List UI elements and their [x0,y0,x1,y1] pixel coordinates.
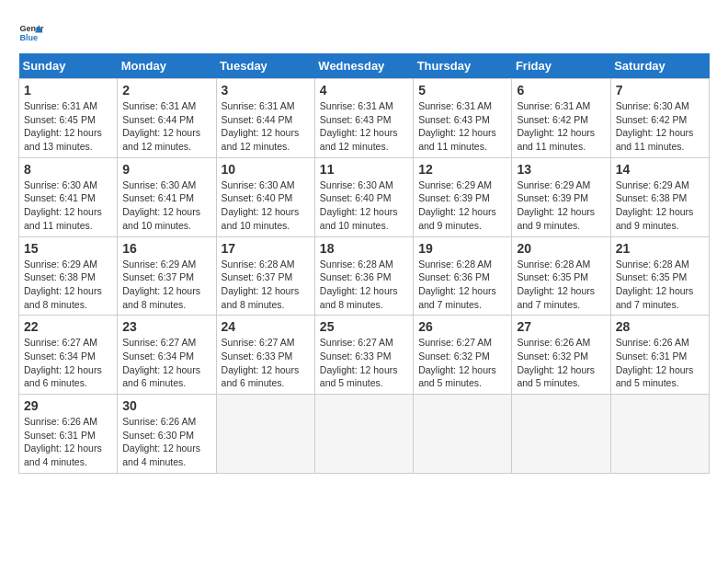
col-header-monday: Monday [118,53,216,79]
calendar-week-3: 15 Sunrise: 6:29 AMSunset: 6:38 PMDaylig… [19,236,710,316]
day-info: Sunrise: 6:29 AMSunset: 6:38 PMDaylight:… [24,258,112,312]
col-header-thursday: Thursday [414,53,512,79]
calendar-week-4: 22 Sunrise: 6:27 AMSunset: 6:34 PMDaylig… [19,316,710,395]
day-info: Sunrise: 6:30 AMSunset: 6:41 PMDaylight:… [122,178,210,233]
day-cell-19: 19 Sunrise: 6:28 AMSunset: 6:36 PMDaylig… [414,236,512,316]
day-cell-11: 11 Sunrise: 6:30 AMSunset: 6:40 PMDaylig… [314,157,413,236]
day-info: Sunrise: 6:31 AMSunset: 6:42 PMDaylight:… [517,99,605,154]
calendar-header-row: SundayMondayTuesdayWednesdayThursdayFrid… [19,53,710,79]
day-number: 13 [517,162,605,177]
day-info: Sunrise: 6:29 AMSunset: 6:39 PMDaylight:… [517,178,605,233]
day-number: 1 [24,83,112,98]
day-number: 27 [517,319,605,334]
day-number: 25 [320,319,408,334]
day-number: 7 [616,83,704,98]
day-cell-18: 18 Sunrise: 6:28 AMSunset: 6:36 PMDaylig… [314,236,413,316]
day-info: Sunrise: 6:28 AMSunset: 6:37 PMDaylight:… [222,258,310,312]
day-number: 15 [24,241,112,256]
day-number: 11 [320,162,408,177]
day-info: Sunrise: 6:31 AMSunset: 6:43 PMDaylight:… [418,99,506,154]
day-cell-13: 13 Sunrise: 6:29 AMSunset: 6:39 PMDaylig… [512,157,610,236]
day-info: Sunrise: 6:28 AMSunset: 6:36 PMDaylight:… [320,258,408,312]
day-info: Sunrise: 6:31 AMSunset: 6:43 PMDaylight:… [320,99,408,154]
logo-icon: General Blue [18,18,44,44]
empty-cell [216,395,314,474]
day-info: Sunrise: 6:26 AMSunset: 6:30 PMDaylight:… [122,415,210,469]
day-info: Sunrise: 6:29 AMSunset: 6:37 PMDaylight:… [122,258,210,312]
calendar-week-2: 8 Sunrise: 6:30 AMSunset: 6:41 PMDayligh… [19,157,710,236]
day-cell-27: 27 Sunrise: 6:26 AMSunset: 6:32 PMDaylig… [512,316,610,395]
svg-text:Blue: Blue [19,33,38,42]
day-info: Sunrise: 6:31 AMSunset: 6:44 PMDaylight:… [222,99,310,154]
day-cell-2: 2 Sunrise: 6:31 AMSunset: 6:44 PMDayligh… [118,79,216,158]
day-number: 3 [222,83,310,98]
day-info: Sunrise: 6:30 AMSunset: 6:42 PMDaylight:… [616,99,704,154]
calendar-week-5: 29 Sunrise: 6:26 AMSunset: 6:31 PMDaylig… [19,395,710,474]
day-cell-16: 16 Sunrise: 6:29 AMSunset: 6:37 PMDaylig… [118,236,216,316]
col-header-friday: Friday [512,53,610,79]
calendar-body: 1 Sunrise: 6:31 AMSunset: 6:45 PMDayligh… [19,79,710,474]
day-number: 22 [24,319,112,334]
day-number: 4 [320,83,408,98]
day-cell-14: 14 Sunrise: 6:29 AMSunset: 6:38 PMDaylig… [610,157,709,236]
day-cell-8: 8 Sunrise: 6:30 AMSunset: 6:41 PMDayligh… [19,157,118,236]
day-info: Sunrise: 6:27 AMSunset: 6:33 PMDaylight:… [222,336,310,390]
day-cell-5: 5 Sunrise: 6:31 AMSunset: 6:43 PMDayligh… [414,79,512,158]
day-cell-10: 10 Sunrise: 6:30 AMSunset: 6:40 PMDaylig… [216,157,314,236]
empty-cell [512,395,610,474]
empty-cell [314,395,413,474]
day-number: 23 [122,319,210,334]
day-number: 9 [122,162,210,177]
day-number: 17 [222,241,310,256]
day-info: Sunrise: 6:31 AMSunset: 6:44 PMDaylight:… [122,99,210,154]
calendar-week-1: 1 Sunrise: 6:31 AMSunset: 6:45 PMDayligh… [19,79,710,158]
day-info: Sunrise: 6:29 AMSunset: 6:39 PMDaylight:… [418,178,506,233]
day-info: Sunrise: 6:27 AMSunset: 6:34 PMDaylight:… [24,336,112,390]
day-number: 21 [616,241,704,256]
day-number: 14 [616,162,704,177]
day-cell-28: 28 Sunrise: 6:26 AMSunset: 6:31 PMDaylig… [610,316,709,395]
day-cell-6: 6 Sunrise: 6:31 AMSunset: 6:42 PMDayligh… [512,79,610,158]
day-info: Sunrise: 6:30 AMSunset: 6:40 PMDaylight:… [320,178,408,233]
day-info: Sunrise: 6:30 AMSunset: 6:40 PMDaylight:… [222,178,310,233]
day-info: Sunrise: 6:28 AMSunset: 6:35 PMDaylight:… [517,258,605,312]
day-cell-21: 21 Sunrise: 6:28 AMSunset: 6:35 PMDaylig… [610,236,709,316]
day-cell-3: 3 Sunrise: 6:31 AMSunset: 6:44 PMDayligh… [216,79,314,158]
empty-cell [414,395,512,474]
day-info: Sunrise: 6:30 AMSunset: 6:41 PMDaylight:… [24,178,112,233]
day-cell-9: 9 Sunrise: 6:30 AMSunset: 6:41 PMDayligh… [118,157,216,236]
col-header-sunday: Sunday [19,53,118,79]
day-number: 8 [24,162,112,177]
day-number: 19 [418,241,506,256]
day-cell-24: 24 Sunrise: 6:27 AMSunset: 6:33 PMDaylig… [216,316,314,395]
day-cell-7: 7 Sunrise: 6:30 AMSunset: 6:42 PMDayligh… [610,79,709,158]
day-cell-29: 29 Sunrise: 6:26 AMSunset: 6:31 PMDaylig… [19,395,118,474]
day-number: 29 [24,398,112,413]
day-cell-17: 17 Sunrise: 6:28 AMSunset: 6:37 PMDaylig… [216,236,314,316]
day-cell-20: 20 Sunrise: 6:28 AMSunset: 6:35 PMDaylig… [512,236,610,316]
col-header-wednesday: Wednesday [314,53,413,79]
col-header-saturday: Saturday [610,53,709,79]
day-info: Sunrise: 6:26 AMSunset: 6:31 PMDaylight:… [24,415,112,469]
day-number: 5 [418,83,506,98]
col-header-tuesday: Tuesday [216,53,314,79]
day-info: Sunrise: 6:29 AMSunset: 6:38 PMDaylight:… [616,178,704,233]
day-number: 2 [122,83,210,98]
header: General Blue [18,18,710,44]
day-number: 6 [517,83,605,98]
day-number: 28 [616,319,704,334]
day-info: Sunrise: 6:28 AMSunset: 6:36 PMDaylight:… [418,258,506,312]
day-cell-4: 4 Sunrise: 6:31 AMSunset: 6:43 PMDayligh… [314,79,413,158]
day-number: 30 [122,398,210,413]
calendar-table: SundayMondayTuesdayWednesdayThursdayFrid… [18,53,710,474]
day-number: 18 [320,241,408,256]
day-number: 12 [418,162,506,177]
day-cell-1: 1 Sunrise: 6:31 AMSunset: 6:45 PMDayligh… [19,79,118,158]
day-number: 10 [222,162,310,177]
day-cell-25: 25 Sunrise: 6:27 AMSunset: 6:33 PMDaylig… [314,316,413,395]
day-info: Sunrise: 6:26 AMSunset: 6:31 PMDaylight:… [616,336,704,390]
day-cell-22: 22 Sunrise: 6:27 AMSunset: 6:34 PMDaylig… [19,316,118,395]
day-info: Sunrise: 6:27 AMSunset: 6:33 PMDaylight:… [320,336,408,390]
day-cell-26: 26 Sunrise: 6:27 AMSunset: 6:32 PMDaylig… [414,316,512,395]
day-cell-23: 23 Sunrise: 6:27 AMSunset: 6:34 PMDaylig… [118,316,216,395]
